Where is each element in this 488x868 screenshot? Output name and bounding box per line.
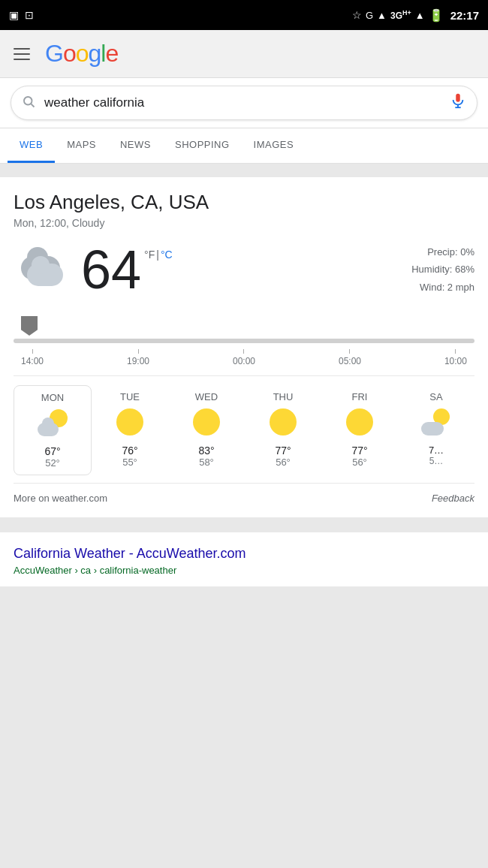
forecast-thu-high: 77°: [248, 445, 318, 457]
signal-icon: ▲: [377, 10, 387, 21]
status-bar: ▣ ⊡ ☆ G ▲ 3GH+ ▲ 🔋 22:17: [0, 0, 488, 30]
timeline-marker: [21, 316, 38, 336]
svg-point-0: [24, 97, 32, 105]
forecast-fri: FRI 77° 56°: [321, 385, 398, 475]
search-bar[interactable]: weather california: [11, 86, 477, 120]
google-logo: Google: [45, 40, 118, 68]
tick-0000: 00:00: [233, 349, 255, 366]
tick-1400: 14:00: [21, 349, 44, 366]
current-weather-icon: [14, 247, 74, 292]
ps-cloud: [421, 422, 444, 436]
forecast-sat: SA 7… 5…: [398, 385, 474, 475]
humidity-value: Humidity: 68%: [411, 261, 474, 278]
svg-line-1: [31, 104, 34, 107]
microphone-icon[interactable]: [450, 92, 466, 113]
weather-location: Los Angeles, CA, USA: [14, 191, 474, 214]
precip-value: Precip: 0%: [411, 243, 474, 261]
result-title[interactable]: California Weather - AccuWeather.com: [14, 546, 474, 562]
weather-source[interactable]: More on weather.com: [14, 493, 107, 504]
search-input[interactable]: weather california: [44, 95, 450, 110]
forecast-wed-low: 58°: [171, 457, 242, 468]
divider-1: [0, 164, 488, 170]
forecast-mon-low: 52°: [17, 457, 88, 469]
screenshot-icon: ▣: [9, 9, 19, 21]
temperature-units: °F | °C: [144, 249, 173, 261]
logo-o2: o: [76, 40, 89, 67]
forecast-thu: THU 77° 56°: [245, 385, 321, 475]
logo-g2: g: [88, 40, 101, 67]
weather-footer: More on weather.com Feedback: [14, 483, 474, 507]
divider-2: [0, 525, 488, 531]
forecast-mon-high: 67°: [17, 445, 88, 457]
weather-card: Los Angeles, CA, USA Mon, 12:00, Cloudy …: [0, 177, 488, 517]
forecast-fri-high: 77°: [324, 445, 395, 457]
sun-thu: [270, 408, 297, 436]
wind-value: Wind: 2 mph: [411, 279, 474, 296]
weather-details: Precip: 0% Humidity: 68% Wind: 2 mph: [411, 243, 474, 296]
cast-icon: ⊡: [25, 9, 34, 21]
forecast-fri-icon: [345, 408, 375, 439]
forecast-thu-low: 56°: [248, 457, 318, 468]
star-icon: ☆: [352, 9, 362, 21]
tab-maps[interactable]: MAPS: [55, 128, 108, 163]
search-result-1: California Weather - AccuWeather.com Acc…: [0, 532, 488, 586]
forecast-thu-icon: [268, 408, 298, 439]
menu-button[interactable]: [14, 48, 30, 60]
forecast-fri-low: 56°: [324, 457, 395, 468]
tick-0500: 05:00: [339, 349, 361, 366]
tab-web[interactable]: WEB: [8, 128, 55, 163]
svg-rect-2: [456, 94, 460, 102]
forecast-fri-label: FRI: [324, 391, 395, 402]
forecast-sat-label: SA: [401, 391, 471, 402]
forecast-tue-icon: [115, 408, 145, 439]
tab-images[interactable]: IMAGES: [242, 128, 306, 163]
logo-e: e: [105, 40, 118, 67]
timeline-bar: [14, 339, 474, 343]
forecast-wed-label: WED: [171, 391, 242, 402]
forecast-wed-icon: [191, 408, 221, 439]
forecast-tue-low: 55°: [95, 457, 165, 468]
clock: 22:17: [450, 9, 479, 22]
temperature-value: 64: [81, 243, 141, 297]
unit-separator: |: [156, 249, 159, 261]
cloud-front: [27, 264, 63, 286]
weather-datetime: Mon, 12:00, Cloudy: [14, 217, 474, 229]
forecast-sat-high: 7…: [401, 445, 471, 456]
logo-o1: o: [63, 40, 76, 67]
tab-shopping[interactable]: SHOPPING: [163, 128, 242, 163]
signal-icon-2: ▲: [415, 10, 425, 21]
search-bar-container: weather california: [0, 78, 488, 128]
sun-fri: [346, 408, 373, 436]
sun-wed: [193, 408, 220, 436]
search-tabs: WEB MAPS NEWS SHOPPING IMAGES: [0, 128, 488, 164]
sun-tue: [116, 408, 143, 436]
forecast-sat-icon: [421, 408, 451, 439]
tick-1900: 19:00: [127, 349, 149, 366]
result-url: AccuWeather › ca › california-weather: [14, 565, 474, 576]
forecast-section: MON 67° 52° TUE 76° 55° WED: [14, 375, 474, 475]
unit-fahrenheit[interactable]: °F: [144, 249, 155, 261]
pc-cloud: [38, 423, 59, 436]
battery-icon: 🔋: [429, 8, 444, 23]
forecast-thu-label: THU: [248, 391, 318, 402]
feedback-link[interactable]: Feedback: [432, 493, 474, 504]
temperature-display: 64 °F | °C: [81, 243, 173, 297]
tick-1000: 10:00: [444, 349, 467, 366]
timeline-section: 14:00 19:00 00:00 05:00 10:00: [14, 310, 474, 375]
search-icon: [22, 95, 35, 112]
forecast-wed: WED 83° 58°: [168, 385, 245, 475]
forecast-tue: TUE 76° 55°: [92, 385, 168, 475]
logo-g: G: [45, 40, 63, 67]
timeline-ticks: 14:00 19:00 00:00 05:00 10:00: [14, 346, 474, 366]
forecast-tue-high: 76°: [95, 445, 165, 457]
forecast-sat-low: 5…: [401, 456, 471, 466]
forecast-mon-icon: [38, 409, 68, 439]
current-weather: 64 °F | °C Precip: 0% Humidity: 68% Wind…: [14, 243, 474, 297]
forecast-tue-label: TUE: [95, 391, 165, 402]
forecast-wed-high: 83°: [171, 445, 242, 457]
unit-celsius[interactable]: °C: [161, 249, 173, 261]
tab-news[interactable]: NEWS: [108, 128, 163, 163]
network-label: 3GH+: [390, 9, 411, 21]
forecast-mon: MON 67° 52°: [14, 385, 92, 475]
forecast-mon-label: MON: [17, 392, 88, 403]
